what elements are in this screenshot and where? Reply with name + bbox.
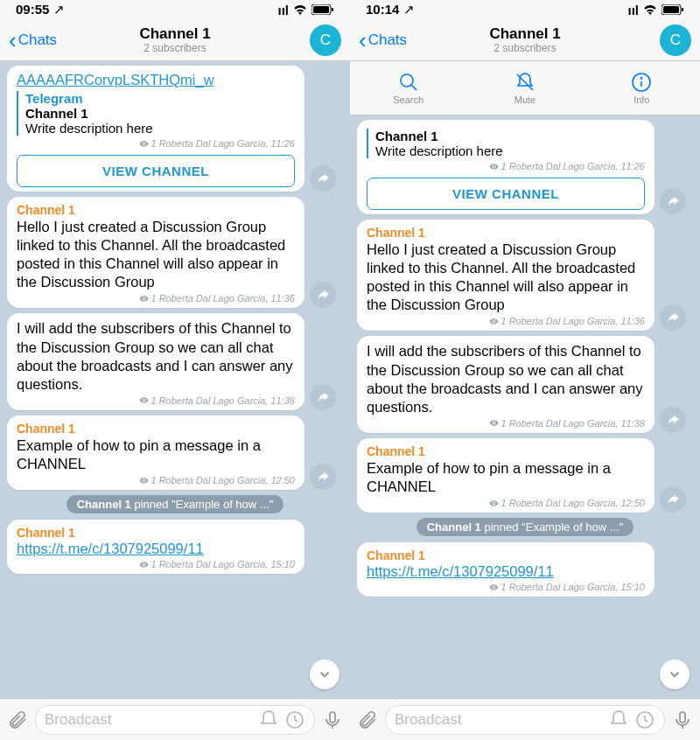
chevron-left-icon: ‹ — [359, 29, 367, 52]
info-label: Info — [634, 94, 649, 105]
link-description: Write description here — [25, 121, 295, 136]
message-meta: 1 Roberta Dal Lago Garcia, 11:26 — [367, 161, 645, 171]
forward-button[interactable] — [310, 165, 336, 192]
forward-button[interactable] — [310, 384, 336, 410]
message-text: I will add the subscribers of this Chann… — [17, 319, 295, 393]
back-label: Chats — [18, 31, 57, 49]
sender-name: Channel 1 — [17, 422, 295, 436]
battery-icon — [662, 3, 684, 17]
chat-title[interactable]: Channel 1 — [139, 25, 210, 43]
pinned-notice[interactable]: Channel 1 pinned "Example of how ..." — [416, 518, 634, 536]
forward-button[interactable] — [660, 486, 686, 513]
action-bar: SearchMuteInfo — [350, 61, 700, 115]
link-card: TelegramChannel 1Write description here — [17, 91, 295, 136]
forward-button[interactable] — [310, 464, 336, 490]
status-time: 09:55 ↗ — [16, 2, 65, 17]
message-text: I will add the subscribers of this Chann… — [367, 342, 645, 415]
message-meta: 1 Roberta Dal Lago Garcia, 11:38 — [17, 395, 295, 406]
message-input[interactable]: Broadcast — [385, 705, 665, 735]
message-link[interactable]: https://t.me/c/1307925099/11 — [367, 563, 645, 580]
forward-button[interactable] — [660, 407, 686, 433]
message[interactable]: Channel 1https://t.me/c/1307925099/111 R… — [7, 520, 304, 574]
view-channel-button[interactable]: VIEW CHANNEL — [367, 178, 645, 210]
link-card: Channel 1Write description here — [367, 129, 645, 158]
message-input[interactable]: Broadcast — [35, 705, 315, 735]
attach-button[interactable] — [7, 709, 28, 730]
silent-button[interactable] — [608, 709, 629, 730]
message[interactable]: Channel 1Hello I just created a Discussi… — [357, 220, 654, 331]
chat-title[interactable]: Channel 1 — [489, 25, 560, 43]
view-channel-button[interactable]: VIEW CHANNEL — [17, 155, 295, 187]
message-meta: 1 Roberta Dal Lago Garcia, 15:10 — [367, 582, 645, 592]
search-label: Search — [393, 94, 424, 105]
voice-button[interactable] — [672, 709, 693, 730]
wifi-icon — [293, 3, 307, 17]
voice-button[interactable] — [322, 709, 343, 730]
scroll-to-bottom-button[interactable] — [660, 660, 690, 689]
message-text: Example of how to pin a message in a CHA… — [367, 459, 645, 496]
sender-name: Channel 1 — [17, 203, 295, 217]
message-text: Example of how to pin a message in a CHA… — [17, 436, 295, 473]
back-button[interactable]: ‹Chats — [9, 29, 57, 52]
sender-name: Channel 1 — [367, 226, 645, 240]
info-action[interactable]: Info — [584, 61, 700, 115]
navigation-bar: ‹ChatsChannel 12 subscribersC — [0, 19, 350, 61]
status-bar: 09:55 ↗ııl — [0, 0, 350, 19]
link-title: Channel 1 — [375, 129, 645, 143]
back-button[interactable]: ‹Chats — [359, 29, 407, 52]
url-fragment[interactable]: AAAAAFRCorvpLSKTHQmi_w — [17, 72, 295, 88]
pinned-notice[interactable]: Channel 1 pinned "Example of how ..." — [66, 495, 284, 513]
forward-button[interactable] — [660, 304, 686, 331]
message[interactable]: Channel 1Example of how to pin a message… — [357, 438, 654, 513]
svg-rect-8 — [682, 8, 683, 11]
message-meta: 1 Roberta Dal Lago Garcia, 11:36 — [367, 316, 645, 326]
link-preview-message[interactable]: Channel 1Write description here1 Roberta… — [357, 120, 654, 214]
message[interactable]: Channel 1Hello I just created a Discussi… — [7, 197, 304, 308]
input-placeholder: Broadcast — [395, 711, 608, 729]
svg-point-14 — [641, 77, 642, 78]
scroll-to-bottom-button[interactable] — [310, 660, 340, 689]
sender-name: Channel 1 — [17, 526, 295, 540]
sender-name: Channel 1 — [367, 444, 645, 458]
input-bar: Broadcast — [350, 698, 700, 740]
status-time: 10:14 ↗ — [366, 2, 415, 17]
svg-rect-4 — [330, 712, 335, 723]
svg-rect-7 — [663, 6, 679, 13]
channel-avatar[interactable]: C — [660, 24, 691, 56]
link-title: Channel 1 — [25, 106, 295, 121]
search-action[interactable]: Search — [350, 61, 466, 115]
message[interactable]: Channel 1Example of how to pin a message… — [7, 415, 304, 490]
link-preview-message[interactable]: AAAAAFRCorvpLSKTHQmi_wTelegramChannel 1W… — [7, 66, 304, 192]
forward-button[interactable] — [310, 282, 336, 308]
chevron-left-icon: ‹ — [9, 29, 17, 52]
message[interactable]: Channel 1https://t.me/c/1307925099/111 R… — [357, 542, 654, 597]
chat-body[interactable]: Channel 1Write description here1 Roberta… — [350, 115, 700, 698]
schedule-button[interactable] — [284, 709, 305, 730]
message[interactable]: I will add the subscribers of this Chann… — [357, 336, 654, 432]
link-source: Telegram — [25, 91, 295, 106]
message-meta: 1 Roberta Dal Lago Garcia, 11:36 — [17, 293, 295, 304]
sender-name: Channel 1 — [367, 548, 645, 562]
signal-icon: ııl — [277, 3, 289, 17]
message-meta: 1 Roberta Dal Lago Garcia, 12:50 — [17, 475, 295, 485]
chat-subtitle: 2 subscribers — [139, 42, 210, 54]
channel-avatar[interactable]: C — [310, 24, 341, 56]
wifi-icon — [643, 3, 657, 17]
back-label: Chats — [368, 31, 407, 49]
message-meta: 1 Roberta Dal Lago Garcia, 11:38 — [367, 418, 645, 429]
signal-icon: ııl — [627, 3, 639, 17]
chat-body[interactable]: AAAAAFRCorvpLSKTHQmi_wTelegramChannel 1W… — [0, 61, 350, 698]
message-meta: 1 Roberta Dal Lago Garcia, 15:10 — [17, 559, 295, 569]
schedule-button[interactable] — [634, 709, 655, 730]
message-link[interactable]: https://t.me/c/1307925099/11 — [17, 541, 295, 557]
attach-button[interactable] — [357, 709, 378, 730]
forward-button[interactable] — [660, 188, 686, 214]
silent-button[interactable] — [258, 709, 279, 730]
battery-icon — [312, 3, 334, 17]
message-meta: 1 Roberta Dal Lago Garcia, 12:50 — [367, 498, 645, 508]
link-description: Write description here — [375, 143, 645, 158]
svg-rect-16 — [680, 712, 685, 723]
mute-action[interactable]: Mute — [466, 61, 583, 115]
message[interactable]: I will add the subscribers of this Chann… — [7, 313, 304, 409]
message-text: Hello I just created a Discussion Group … — [17, 218, 295, 291]
